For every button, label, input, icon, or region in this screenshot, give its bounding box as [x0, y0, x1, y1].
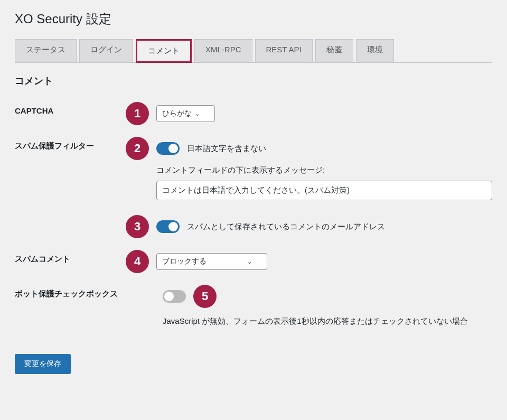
tab-restapi[interactable]: REST API	[255, 39, 313, 62]
chevron-down-icon: ⌄	[247, 258, 252, 265]
tab-env[interactable]: 環境	[356, 39, 394, 62]
captcha-select[interactable]: ひらがな ⌄	[156, 105, 215, 122]
label-spam-comment: スパムコメント	[15, 250, 126, 264]
toggle-spam-email[interactable]	[156, 220, 180, 233]
tab-login[interactable]: ログイン	[79, 39, 133, 62]
message-input[interactable]: コメントは日本語で入力してください。(スパム対策)	[156, 181, 492, 200]
annotation-badge-3: 3	[126, 215, 149, 238]
annotation-badge-4: 4	[126, 250, 149, 273]
label-bot-protect: ボット保護チェックボックス	[15, 285, 163, 299]
annotation-badge-5: 5	[193, 285, 217, 308]
row-spam-comment: スパムコメント 4 ブロックする ⌄	[15, 250, 492, 273]
tab-comment[interactable]: コメント	[136, 39, 192, 63]
annotation-badge-2: 2	[126, 137, 149, 160]
section-title: コメント	[15, 74, 492, 87]
annotation-badge-1: 1	[126, 102, 149, 125]
row-spam-filter: スパム保護フィルター 2 日本語文字を含まない コメントフィールドの下に表示する…	[15, 137, 492, 238]
toggle-bot-protect[interactable]	[163, 290, 186, 303]
nav-tabs: ステータス ログイン コメント XML-RPC REST API 秘匿 環境	[15, 39, 492, 63]
chevron-down-icon: ⌄	[195, 110, 200, 117]
toggle-spam-email-label: スパムとして保存されているコメントのメールアドレス	[187, 222, 385, 232]
tab-status[interactable]: ステータス	[15, 39, 77, 62]
toggle-japanese-filter[interactable]	[156, 142, 180, 155]
page-title: XO Security 設定	[15, 11, 492, 27]
save-button[interactable]: 変更を保存	[15, 354, 71, 374]
tab-xmlrpc[interactable]: XML-RPC	[194, 39, 252, 62]
spam-comment-select[interactable]: ブロックする ⌄	[156, 253, 267, 270]
row-bot-protect: ボット保護チェックボックス 5 JavaScript が無効、フォームの表示後1…	[15, 285, 492, 326]
tab-secret[interactable]: 秘匿	[315, 39, 353, 62]
toggle-japanese-filter-label: 日本語文字を含まない	[187, 144, 266, 154]
message-field-label: コメントフィールドの下に表示するメッセージ:	[156, 165, 492, 175]
label-spam-filter: スパム保護フィルター	[15, 137, 126, 151]
row-captcha: CAPTCHA 1 ひらがな ⌄	[15, 102, 492, 125]
captcha-select-value: ひらがな	[162, 109, 192, 118]
spam-comment-select-value: ブロックする	[162, 257, 206, 266]
label-captcha: CAPTCHA	[15, 102, 126, 115]
bot-protect-help: JavaScript が無効、フォームの表示後1秒以内の応答またはチェックされて…	[163, 316, 492, 326]
